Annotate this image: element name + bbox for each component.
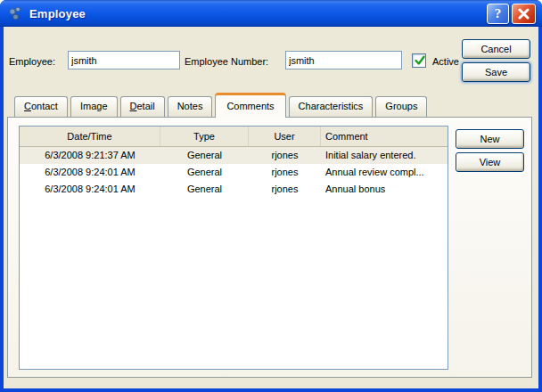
column-header-datetime[interactable]: Date/Time <box>20 127 160 146</box>
close-icon <box>518 8 530 20</box>
cell-datetime: 6/3/2008 9:24:01 AM <box>20 164 160 181</box>
tab-detail[interactable]: Detail <box>120 96 165 117</box>
table-row[interactable]: 6/3/2008 9:24:01 AM General rjones Annua… <box>20 181 448 198</box>
dialog-body: Employee: Employee Number: Active Cancel… <box>4 27 538 388</box>
active-label: Active <box>432 56 459 68</box>
tab-characteristics[interactable]: Characteristics <box>289 96 374 117</box>
grid-header: Date/Time Type User Comment <box>20 127 448 147</box>
tab-strip: Contact Image Detail Notes Comments Char… <box>14 93 427 118</box>
cell-user: rjones <box>249 164 321 181</box>
tab-notes[interactable]: Notes <box>168 96 213 117</box>
employee-number-label: Employee Number: <box>185 56 268 68</box>
employee-dialog: Employee ? Employee: Employee Number: Ac… <box>0 0 542 392</box>
comments-grid[interactable]: Date/Time Type User Comment 6/3/2008 9:2… <box>19 126 448 370</box>
help-button[interactable]: ? <box>487 4 509 24</box>
titlebar[interactable]: Employee ? <box>0 0 542 27</box>
cell-datetime: 6/3/2008 9:24:01 AM <box>20 181 160 198</box>
cell-type: General <box>160 147 249 164</box>
comments-tab-panel: Date/Time Type User Comment 6/3/2008 9:2… <box>7 117 532 378</box>
cell-comment: Annual bonus <box>321 181 448 198</box>
cell-user: rjones <box>249 147 321 164</box>
cell-type: General <box>160 164 249 181</box>
checkmark-icon <box>414 54 426 67</box>
column-header-comment[interactable]: Comment <box>321 127 448 146</box>
help-icon: ? <box>495 6 502 21</box>
employee-input[interactable] <box>68 51 180 69</box>
view-button[interactable]: View <box>456 152 524 172</box>
tab-groups[interactable]: Groups <box>375 96 427 117</box>
tab-contact[interactable]: Contact <box>14 96 68 117</box>
close-button[interactable] <box>512 4 536 24</box>
window-title: Employee <box>29 7 86 20</box>
active-checkbox[interactable] <box>412 53 426 68</box>
column-header-type[interactable]: Type <box>160 127 249 146</box>
tab-comments[interactable]: Comments <box>215 93 285 118</box>
cell-user: rjones <box>249 181 321 198</box>
save-button[interactable]: Save <box>462 62 530 82</box>
table-row[interactable]: 6/3/2008 9:21:37 AM General rjones Initi… <box>20 147 448 164</box>
new-button[interactable]: New <box>456 129 524 149</box>
cancel-button[interactable]: Cancel <box>462 39 530 59</box>
table-row[interactable]: 6/3/2008 9:24:01 AM General rjones Annua… <box>20 164 448 181</box>
column-header-user[interactable]: User <box>249 127 321 146</box>
employee-app-icon <box>7 5 23 21</box>
cell-type: General <box>160 181 249 198</box>
tab-image[interactable]: Image <box>70 96 118 117</box>
cell-datetime: 6/3/2008 9:21:37 AM <box>20 147 160 164</box>
employee-number-input[interactable] <box>285 51 402 69</box>
cell-comment: Annual review compl... <box>321 164 448 181</box>
cell-comment: Initial salary entered. <box>321 147 448 164</box>
employee-label: Employee: <box>9 56 55 68</box>
